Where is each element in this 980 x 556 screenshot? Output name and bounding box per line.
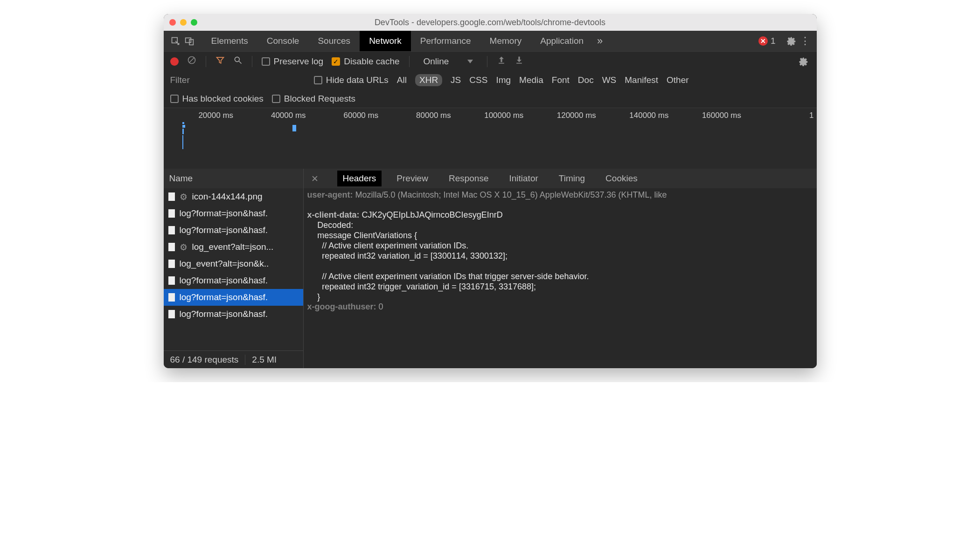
request-row[interactable]: log?format=json&hasf. xyxy=(164,205,303,222)
gear-icon: ⚙ xyxy=(180,192,188,202)
timeline-overview[interactable]: 20000 ms40000 ms60000 ms80000 ms100000 m… xyxy=(164,108,817,169)
timeline-tick: 160000 ms xyxy=(671,111,744,120)
document-icon xyxy=(168,226,175,234)
filter-type-img[interactable]: Img xyxy=(496,75,511,85)
request-name: log?format=json&hasf. xyxy=(180,292,268,302)
document-icon xyxy=(168,209,175,218)
record-icon[interactable] xyxy=(170,57,179,66)
status-bar: 66 / 149 requests 2.5 MI xyxy=(164,350,303,368)
filter-type-js[interactable]: JS xyxy=(451,75,461,85)
requests-panel: Name ⚙icon-144x144.pnglog?format=json&ha… xyxy=(164,169,304,368)
tab-memory[interactable]: Memory xyxy=(480,31,531,51)
timeline-bars xyxy=(182,122,188,150)
gear-icon: ⚙ xyxy=(180,242,188,253)
chevron-down-icon xyxy=(467,60,473,63)
details-panel: ✕ HeadersPreviewResponseInitiatorTimingC… xyxy=(304,169,817,368)
timeline-tick: 20000 ms xyxy=(164,111,236,120)
tab-elements[interactable]: Elements xyxy=(202,31,257,51)
more-icon[interactable]: ⋮ xyxy=(798,35,812,47)
filter-type-manifest[interactable]: Manifest xyxy=(625,75,658,85)
timeline-tick: 140000 ms xyxy=(599,111,672,120)
network-toolbar: Preserve log ✓Disable cache Online xyxy=(164,51,817,71)
preserve-log-checkbox[interactable]: Preserve log xyxy=(262,56,324,67)
details-tabs: ✕ HeadersPreviewResponseInitiatorTimingC… xyxy=(304,169,817,188)
subtab-preview[interactable]: Preview xyxy=(391,171,434,186)
tabs-overflow-icon[interactable]: » xyxy=(593,35,607,47)
inspect-icon[interactable] xyxy=(168,36,182,46)
svg-rect-1 xyxy=(185,38,191,42)
disable-cache-checkbox[interactable]: ✓Disable cache xyxy=(332,56,399,67)
network-settings-icon[interactable] xyxy=(796,57,810,66)
hide-data-urls-checkbox[interactable]: Hide data URLs xyxy=(314,75,389,85)
filter-bar: Filter Hide data URLs AllXHRJSCSSImgMedi… xyxy=(164,71,817,89)
window-title: DevTools - developers.google.com/web/too… xyxy=(169,18,811,27)
filter-type-font[interactable]: Font xyxy=(552,75,570,85)
timeline-tick: 80000 ms xyxy=(381,111,454,120)
request-row[interactable]: log?format=json&hasf. xyxy=(164,306,303,323)
subtab-response[interactable]: Response xyxy=(443,171,494,186)
device-toggle-icon[interactable] xyxy=(182,36,196,46)
request-name: log?format=json&hasf. xyxy=(180,208,268,219)
filter-type-media[interactable]: Media xyxy=(519,75,543,85)
request-name: log_event?alt=json... xyxy=(192,242,274,252)
titlebar: DevTools - developers.google.com/web/too… xyxy=(164,14,817,31)
timeline-tick: 100000 ms xyxy=(454,111,527,120)
request-row[interactable]: log?format=json&hasf. xyxy=(164,272,303,289)
close-details-icon[interactable]: ✕ xyxy=(311,173,319,184)
filter-type-xhr[interactable]: XHR xyxy=(415,74,442,86)
has-blocked-cookies-checkbox[interactable]: Has blocked cookies xyxy=(170,94,264,104)
name-column-header[interactable]: Name xyxy=(164,169,303,188)
settings-icon[interactable] xyxy=(784,36,798,46)
throttling-select[interactable]: Online xyxy=(419,56,478,67)
filter-type-doc[interactable]: Doc xyxy=(578,75,594,85)
request-name: log_event?alt=json&k.. xyxy=(180,259,269,269)
subtab-cookies[interactable]: Cookies xyxy=(600,171,643,186)
filter-input[interactable]: Filter xyxy=(170,75,190,85)
filter-type-other[interactable]: Other xyxy=(667,75,689,85)
minimize-window-icon[interactable] xyxy=(180,19,187,26)
tab-console[interactable]: Console xyxy=(257,31,309,51)
filter-bar-2: Has blocked cookies Blocked Requests xyxy=(164,89,817,108)
error-indicator[interactable]: ✕ 1 xyxy=(758,36,776,46)
svg-point-5 xyxy=(235,57,239,62)
request-row[interactable]: log?format=json&hasf. xyxy=(164,289,303,306)
devtools-window: DevTools - developers.google.com/web/too… xyxy=(164,14,817,368)
filter-toggle-icon[interactable] xyxy=(215,55,225,67)
close-window-icon[interactable] xyxy=(169,19,176,26)
svg-rect-7 xyxy=(517,63,522,64)
tab-network[interactable]: Network xyxy=(360,31,411,51)
clear-icon[interactable] xyxy=(187,55,196,67)
request-row[interactable]: log?format=json&hasf. xyxy=(164,222,303,239)
filter-type-css[interactable]: CSS xyxy=(469,75,487,85)
request-name: log?format=json&hasf. xyxy=(180,275,268,286)
subtab-timing[interactable]: Timing xyxy=(553,171,591,186)
timeline-tick: 40000 ms xyxy=(236,111,309,120)
document-icon xyxy=(168,310,175,318)
document-icon xyxy=(168,293,175,302)
tab-sources[interactable]: Sources xyxy=(308,31,360,51)
request-name: log?format=json&hasf. xyxy=(180,309,268,319)
split-pane: Name ⚙icon-144x144.pnglog?format=json&ha… xyxy=(164,169,817,368)
filter-type-ws[interactable]: WS xyxy=(602,75,617,85)
main-tabbar: ElementsConsoleSourcesNetworkPerformance… xyxy=(164,31,817,51)
search-icon[interactable] xyxy=(233,55,243,67)
subtab-initiator[interactable]: Initiator xyxy=(503,171,543,186)
request-name: log?format=json&hasf. xyxy=(180,225,268,235)
tab-performance[interactable]: Performance xyxy=(411,31,480,51)
error-count: 1 xyxy=(771,36,776,46)
download-har-icon[interactable] xyxy=(514,55,524,67)
gear-icon xyxy=(168,192,175,201)
requests-count: 66 / 149 requests xyxy=(164,355,246,365)
blocked-requests-checkbox[interactable]: Blocked Requests xyxy=(272,94,355,104)
tab-application[interactable]: Application xyxy=(531,31,593,51)
transferred-size: 2.5 MI xyxy=(245,355,283,365)
upload-har-icon[interactable] xyxy=(497,55,506,67)
timeline-tick: 1 xyxy=(744,111,817,120)
request-row[interactable]: log_event?alt=json&k.. xyxy=(164,255,303,272)
headers-content: user-agent: Mozilla/5.0 (Macintosh; Inte… xyxy=(304,188,817,368)
request-row[interactable]: ⚙log_event?alt=json... xyxy=(164,239,303,255)
filter-type-all[interactable]: All xyxy=(397,75,407,85)
maximize-window-icon[interactable] xyxy=(191,19,197,26)
request-row[interactable]: ⚙icon-144x144.png xyxy=(164,188,303,205)
subtab-headers[interactable]: Headers xyxy=(337,171,382,186)
